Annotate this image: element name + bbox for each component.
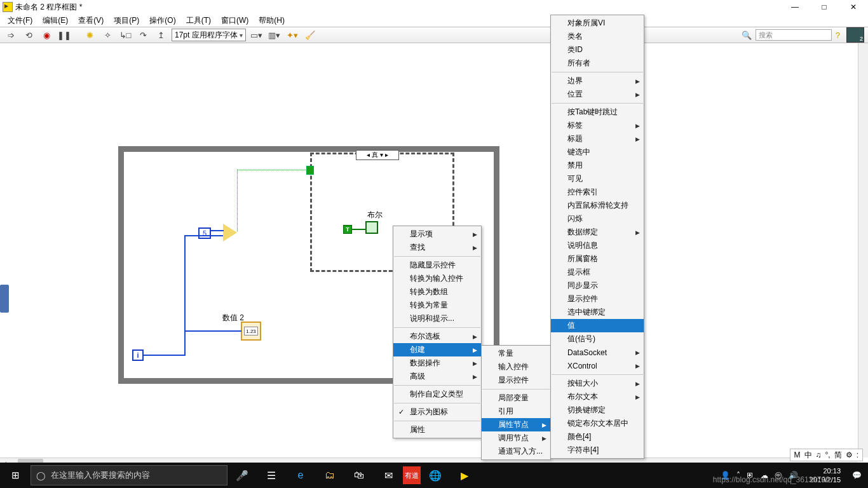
labview-taskbar-icon[interactable]: ▶	[450, 463, 479, 488]
menu-item[interactable]: 值(信号)	[551, 332, 644, 346]
wire[interactable]	[184, 235, 186, 356]
menu-item[interactable]: 通道写入方...	[482, 445, 550, 458]
align-button[interactable]: ▭▾	[250, 29, 264, 41]
menu-item[interactable]: 属性节点	[482, 418, 550, 431]
run-button[interactable]: ➩	[4, 29, 18, 41]
wire[interactable]	[184, 330, 241, 332]
menu-item[interactable]: 说明信息	[551, 239, 644, 252]
ime-halfwidth[interactable]: °,	[825, 451, 831, 459]
menu-view[interactable]: 查看(V)	[74, 14, 107, 27]
highlight-exec-button[interactable]: ✺	[83, 29, 97, 41]
taskview-icon[interactable]: ☰	[257, 463, 286, 488]
menu-project[interactable]: 项目(P)	[110, 14, 143, 27]
menu-item[interactable]: 输入控件	[482, 360, 550, 374]
wire[interactable]	[184, 235, 223, 236]
menu-item[interactable]: 值	[551, 319, 644, 332]
menu-item[interactable]: 类ID	[551, 43, 644, 57]
notification-icon[interactable]: 💬	[852, 471, 862, 480]
start-button[interactable]: ⊞	[0, 463, 31, 488]
menu-item[interactable]: 选中键绑定	[551, 306, 644, 319]
vi-icon[interactable]	[846, 27, 864, 43]
wire[interactable]	[211, 230, 224, 231]
menu-item[interactable]: 布尔选板	[393, 330, 481, 343]
close-button[interactable]: ✕	[839, 0, 868, 14]
menu-item[interactable]: 闪烁	[551, 212, 644, 226]
menu-item[interactable]: 创建	[393, 343, 481, 356]
run-continuous-button[interactable]: ⟲	[22, 29, 36, 41]
menu-item[interactable]: 转换为数组	[393, 285, 481, 299]
menu-item[interactable]: 锁定布尔文本居中	[551, 417, 644, 430]
menu-item[interactable]: 颜色[4]	[551, 430, 644, 444]
abort-button[interactable]: ◉	[39, 29, 53, 41]
wire-green[interactable]	[237, 170, 308, 170]
menu-item[interactable]: 局部变量	[482, 391, 550, 405]
menu-item[interactable]: 提示框	[551, 266, 644, 279]
step-out-button[interactable]: ↥	[154, 29, 168, 41]
step-over-button[interactable]: ↷	[136, 29, 150, 41]
menu-item[interactable]: 同步显示	[551, 279, 644, 292]
menu-item[interactable]: 显示控件	[482, 374, 550, 387]
menu-window[interactable]: 窗口(W)	[217, 14, 252, 27]
menu-item[interactable]: 切换键绑定	[551, 403, 644, 417]
menu-item[interactable]: 控件索引	[551, 186, 644, 199]
retain-wire-button[interactable]: ✧	[100, 29, 114, 41]
vertical-scrollbar[interactable]	[858, 43, 868, 458]
maximize-button[interactable]: □	[810, 0, 839, 14]
menu-item[interactable]: DataSocket	[551, 346, 644, 359]
menu-item[interactable]: 字符串[4]	[551, 444, 644, 457]
help-icon[interactable]: ?	[836, 30, 840, 40]
menu-item[interactable]: 位置	[551, 88, 644, 101]
menu-item[interactable]: 引用	[482, 405, 550, 418]
menu-item[interactable]: 属性	[393, 423, 481, 437]
boolean-indicator[interactable]	[365, 221, 378, 234]
menu-file[interactable]: 文件(F)	[4, 14, 36, 27]
reorder-button[interactable]: ✦▾	[285, 29, 299, 41]
true-constant[interactable]: T	[343, 225, 352, 234]
menu-item[interactable]: 所属窗格	[551, 252, 644, 266]
menu-item[interactable]: 键选中	[551, 146, 644, 159]
app-red-icon[interactable]: 有道	[403, 466, 421, 484]
menu-item[interactable]: 禁用	[551, 159, 644, 172]
menu-item[interactable]: 按Tab键时跳过	[551, 105, 644, 119]
case-selector[interactable]: ◂ 真 ▾ ▸	[356, 150, 399, 160]
menu-item[interactable]: 所有者	[551, 57, 644, 70]
font-selector[interactable]: 17pt 应用程序字体	[172, 29, 246, 41]
wire-green[interactable]	[352, 229, 366, 230]
ime-simplified[interactable]: 简	[834, 450, 842, 461]
edge-icon[interactable]: e	[286, 463, 315, 488]
menu-item[interactable]: 可见	[551, 172, 644, 186]
store-icon[interactable]: 🛍	[344, 463, 374, 488]
menu-item[interactable]: 边界	[551, 74, 644, 88]
menu-help[interactable]: 帮助(H)	[255, 14, 288, 27]
loop-iteration-terminal[interactable]: i	[132, 349, 144, 361]
numeric-constant-5[interactable]: 5	[198, 227, 211, 239]
menu-edit[interactable]: 编辑(E)	[39, 14, 72, 27]
menu-item[interactable]: 高级	[393, 370, 481, 383]
ime-more[interactable]: :	[857, 451, 858, 459]
menu-item[interactable]: 调用节点	[482, 431, 550, 445]
search-input[interactable]: 搜索	[756, 29, 832, 41]
menu-item[interactable]: 按钮大小	[551, 377, 644, 390]
menu-item[interactable]: 转换为常量	[393, 299, 481, 312]
numeric-indicator[interactable]: 1.23	[241, 322, 261, 341]
menu-operate[interactable]: 操作(O)	[146, 14, 179, 27]
menu-item[interactable]: 类名	[551, 30, 644, 43]
menu-item[interactable]: 对象所属VI	[551, 17, 644, 30]
taskbar-search[interactable]: ◯ 在这里输入你要搜索的内容	[31, 465, 227, 485]
menu-item[interactable]: 制作自定义类型	[393, 388, 481, 401]
menu-item[interactable]: 说明和提示...	[393, 312, 481, 325]
ime-toolbar[interactable]: M 中 ♫ °, 简 ⚙ :	[790, 449, 863, 461]
cleanup-button[interactable]: 🧹	[303, 29, 317, 41]
menu-item[interactable]: 常量	[482, 347, 550, 360]
ime-lang[interactable]: 中	[804, 450, 812, 461]
wire-green[interactable]	[237, 170, 238, 231]
menu-item[interactable]: 显示为图标	[393, 405, 481, 419]
explorer-icon[interactable]: 🗂	[315, 463, 344, 488]
menu-item[interactable]: 数据绑定	[551, 226, 644, 239]
chrome-icon[interactable]: 🌐	[421, 463, 450, 488]
menu-item[interactable]: 转换为输入控件	[393, 272, 481, 285]
menu-tools[interactable]: 工具(T)	[182, 14, 215, 27]
ime-gear-icon[interactable]: ⚙	[846, 451, 853, 459]
menu-item[interactable]: 布尔文本	[551, 390, 644, 403]
pause-button[interactable]: ❚❚	[57, 29, 71, 41]
